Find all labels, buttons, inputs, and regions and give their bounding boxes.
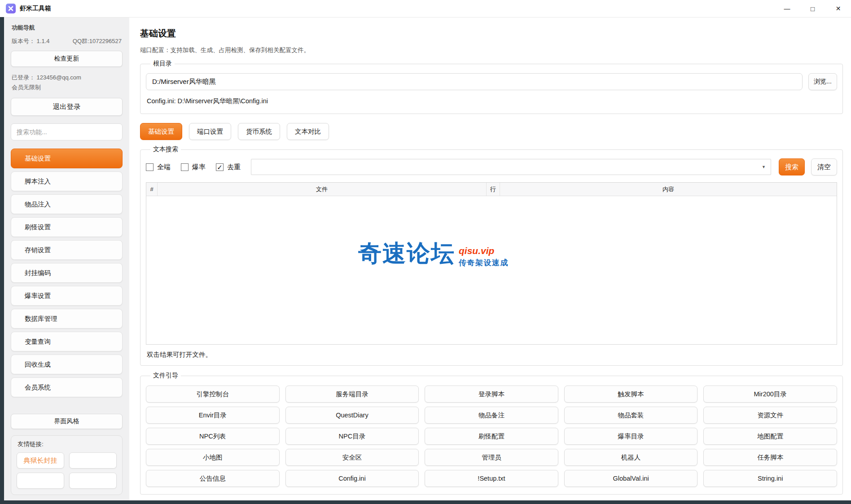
tab-currency-system[interactable]: 货币系统 xyxy=(238,123,280,140)
member-status: 会员无限制 xyxy=(12,83,122,92)
watermark-tagline: 传奇架设速成 xyxy=(459,258,509,268)
file-guide-fieldset: 文件引导 引擎控制台 服务端目录 登录脚本 触发脚本 Mir200目录 Envi… xyxy=(140,372,843,495)
check-update-button[interactable]: 检查更新 xyxy=(11,51,123,67)
app-title: 虾米工具箱 xyxy=(20,4,51,13)
watermark-title: 奇速论坛 xyxy=(358,241,455,266)
function-search-input[interactable] xyxy=(11,123,123,140)
tab-bar: 基础设置 端口设置 货币系统 文本对比 xyxy=(140,123,843,140)
file-guide-button-minimap[interactable]: 小地图 xyxy=(146,449,280,466)
search-controls-row: 全端 爆率 去重 ▼ 搜索 清空 xyxy=(146,158,837,175)
friend-links-grid: 典狱长封挂 xyxy=(17,452,117,489)
main-content: 基础设置 端口配置：支持加载、生成、占用检测、保存到相关配置文件。 根目录 浏览… xyxy=(129,17,851,500)
search-combobox[interactable]: ▼ xyxy=(251,159,771,175)
friend-link-1[interactable]: 典狱长封挂 xyxy=(17,452,64,469)
file-guide-button-npc-dir[interactable]: NPC目录 xyxy=(285,428,419,445)
column-header-content[interactable]: 内容 xyxy=(500,183,837,196)
dedupe-checkbox-box[interactable] xyxy=(216,163,224,171)
app-logo-icon xyxy=(6,4,16,13)
config-path-label: Config.ini: D:\Mirserver风华暗黑\Config.ini xyxy=(147,97,837,105)
file-guide-button-login-script[interactable]: 登录脚本 xyxy=(425,386,558,403)
file-guide-button-trigger-script[interactable]: 触发脚本 xyxy=(564,386,698,403)
root-dir-fieldset: 根目录 浏览... Config.ini: D:\Mirserver风华暗黑\C… xyxy=(140,60,843,114)
friend-link-3[interactable] xyxy=(17,473,64,489)
file-guide-button-item-sets[interactable]: 物品套装 xyxy=(564,407,698,424)
full-server-checkbox-label: 全端 xyxy=(157,163,171,171)
search-button[interactable]: 搜索 xyxy=(779,158,805,175)
file-guide-button-envir-dir[interactable]: Envir目录 xyxy=(146,407,280,424)
friend-links-panel: 友情链接: 典狱长封挂 xyxy=(11,435,123,495)
results-table-body: 奇速论坛 qisu.vip 传奇架设速成 xyxy=(146,196,837,344)
file-guide-button-string-ini[interactable]: String.ini xyxy=(703,470,837,487)
dedupe-checkbox-label: 去重 xyxy=(227,163,241,171)
sidebar-item-storage-settings[interactable]: 存销设置 xyxy=(11,240,123,260)
watermark-side: qisu.vip 传奇架设速成 xyxy=(459,241,509,268)
file-guide-button-robot[interactable]: 机器人 xyxy=(564,449,698,466)
root-dir-input[interactable] xyxy=(146,73,803,90)
tab-port-settings[interactable]: 端口设置 xyxy=(189,123,231,140)
sidebar-item-basic-settings[interactable]: 基础设置 xyxy=(11,149,123,168)
file-guide-button-questdiary[interactable]: QuestDiary xyxy=(285,407,419,424)
file-guide-button-drop-dir[interactable]: 爆率目录 xyxy=(564,428,698,445)
column-header-line[interactable]: 行 xyxy=(487,183,500,196)
sidebar-item-script-inject[interactable]: 脚本注入 xyxy=(11,171,123,191)
file-guide-button-announcement[interactable]: 公告信息 xyxy=(146,470,280,487)
drop-rate-checkbox-label: 爆率 xyxy=(192,163,206,171)
file-guide-button-task-script[interactable]: 任务脚本 xyxy=(703,449,837,466)
file-guide-button-admin[interactable]: 管理员 xyxy=(425,449,558,466)
nav-header: 功能导航 xyxy=(12,24,122,32)
sidebar: 功能导航 版本号： 1.1.4 QQ群:1072296527 检查更新 已登录：… xyxy=(4,17,129,500)
sidebar-item-member-system[interactable]: 会员系统 xyxy=(11,377,123,397)
browse-button[interactable]: 浏览... xyxy=(808,73,837,90)
sidebar-item-drop-rate-settings[interactable]: 爆率设置 xyxy=(11,286,123,306)
sidebar-item-monster-settings[interactable]: 刷怪设置 xyxy=(11,217,123,237)
root-dir-row: 浏览... xyxy=(146,73,837,90)
page-subtitle: 端口配置：支持加载、生成、占用检测、保存到相关配置文件。 xyxy=(140,46,843,54)
friend-link-2[interactable] xyxy=(69,452,117,469)
tab-text-compare[interactable]: 文本对比 xyxy=(287,123,329,140)
double-click-hint: 双击结果可打开文件。 xyxy=(147,351,837,359)
tab-basic-settings[interactable]: 基础设置 xyxy=(140,123,182,140)
file-guide-button-map-config[interactable]: 地图配置 xyxy=(703,428,837,445)
file-guide-button-npc-list[interactable]: NPC列表 xyxy=(146,428,280,445)
file-guide-button-resource-files[interactable]: 资源文件 xyxy=(703,407,837,424)
sidebar-item-item-inject[interactable]: 物品注入 xyxy=(11,194,123,214)
full-server-checkbox-box[interactable] xyxy=(146,163,154,171)
column-header-index[interactable]: # xyxy=(146,183,158,196)
version-label: 版本号： 1.1.4 xyxy=(12,37,50,45)
logout-button[interactable]: 退出登录 xyxy=(11,98,123,116)
version-row: 版本号： 1.1.4 QQ群:1072296527 xyxy=(12,37,122,45)
file-guide-button-globalval-ini[interactable]: GlobalVal.ini xyxy=(564,470,698,487)
search-combobox-input[interactable] xyxy=(251,159,771,175)
close-button[interactable]: ✕ xyxy=(825,0,851,17)
file-guide-button-item-notes[interactable]: 物品备注 xyxy=(425,407,558,424)
minimize-button[interactable]: — xyxy=(774,0,800,17)
file-guide-button-server-dir[interactable]: 服务端目录 xyxy=(285,386,419,403)
sidebar-item-hack-encode[interactable]: 封挂编码 xyxy=(11,263,123,283)
file-guide-button-monster-config[interactable]: 刷怪配置 xyxy=(425,428,558,445)
file-guide-button-config-ini[interactable]: Config.ini xyxy=(285,470,419,487)
text-search-legend: 文本搜索 xyxy=(150,145,181,153)
friend-link-4[interactable] xyxy=(69,473,117,489)
page-title: 基础设置 xyxy=(140,27,843,39)
root-dir-legend: 根目录 xyxy=(150,60,175,68)
file-guide-legend: 文件引导 xyxy=(150,372,181,380)
file-guide-button-safe-zone[interactable]: 安全区 xyxy=(285,449,419,466)
file-guide-button-engine-console[interactable]: 引擎控制台 xyxy=(146,386,280,403)
clear-button[interactable]: 清空 xyxy=(811,158,837,175)
watermark-domain: qisu.vip xyxy=(459,245,509,256)
file-guide-button-mir200-dir[interactable]: Mir200目录 xyxy=(703,386,837,403)
sidebar-item-recycle-generate[interactable]: 回收生成 xyxy=(11,355,123,374)
checkbox-drop-rate[interactable]: 爆率 xyxy=(181,163,206,171)
login-status: 已登录： 123456@qq.com xyxy=(12,74,122,82)
column-header-file[interactable]: 文件 xyxy=(158,183,487,196)
drop-rate-checkbox-box[interactable] xyxy=(181,163,189,171)
sidebar-item-database-manage[interactable]: 数据库管理 xyxy=(11,309,123,329)
qisu-watermark-logo: 奇速论坛 qisu.vip 传奇架设速成 xyxy=(358,241,509,268)
file-guide-button-setup-txt[interactable]: !Setup.txt xyxy=(425,470,558,487)
checkbox-full-server[interactable]: 全端 xyxy=(146,163,171,171)
maximize-button[interactable]: □ xyxy=(800,0,825,17)
app-window: 虾米工具箱 — □ ✕ 功能导航 版本号： 1.1.4 QQ群:10722965… xyxy=(0,0,851,504)
ui-style-button[interactable]: 界面风格 xyxy=(11,414,123,429)
sidebar-item-variable-query[interactable]: 变量查询 xyxy=(11,332,123,351)
checkbox-dedupe[interactable]: 去重 xyxy=(216,163,241,171)
